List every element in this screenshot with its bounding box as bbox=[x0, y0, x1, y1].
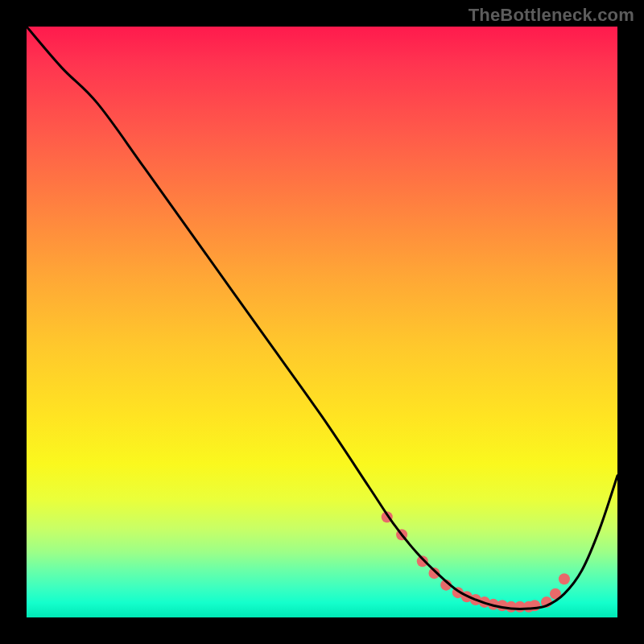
dots-group bbox=[382, 511, 570, 613]
curve-layer bbox=[27, 27, 617, 617]
plot-area bbox=[27, 27, 617, 617]
bottleneck-curve bbox=[27, 27, 617, 609]
data-point bbox=[559, 573, 570, 584]
chart-stage: TheBottleneck.com bbox=[0, 0, 644, 644]
watermark-text: TheBottleneck.com bbox=[469, 5, 634, 26]
